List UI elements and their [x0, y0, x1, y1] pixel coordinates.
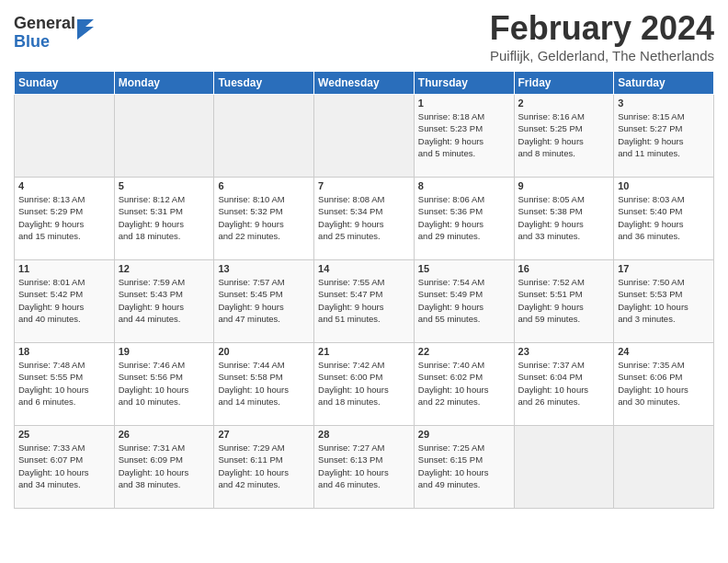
- day-number: 7: [318, 180, 410, 191]
- day-info: Sunrise: 7:48 AM Sunset: 5:55 PM Dayligh…: [18, 359, 110, 408]
- day-number: 28: [318, 429, 410, 440]
- day-info: Sunrise: 8:08 AM Sunset: 5:34 PM Dayligh…: [318, 193, 410, 242]
- day-info: Sunrise: 7:44 AM Sunset: 5:58 PM Dayligh…: [218, 359, 310, 408]
- calendar-cell: 10Sunrise: 8:03 AM Sunset: 5:40 PM Dayli…: [614, 178, 714, 260]
- calendar-cell: [614, 426, 714, 509]
- logo-text: General Blue: [14, 15, 75, 52]
- day-info: Sunrise: 7:25 AM Sunset: 6:15 PM Dayligh…: [418, 442, 510, 490]
- calendar-cell: 3Sunrise: 8:15 AM Sunset: 5:27 PM Daylig…: [614, 95, 714, 178]
- day-info: Sunrise: 7:52 AM Sunset: 5:51 PM Dayligh…: [518, 276, 610, 325]
- day-info: Sunrise: 8:05 AM Sunset: 5:38 PM Dayligh…: [518, 193, 610, 242]
- day-number: 17: [618, 263, 710, 274]
- calendar-cell: 23Sunrise: 7:37 AM Sunset: 6:04 PM Dayli…: [514, 343, 614, 426]
- day-info: Sunrise: 7:54 AM Sunset: 5:49 PM Dayligh…: [418, 276, 510, 325]
- calendar-table: SundayMondayTuesdayWednesdayThursdayFrid…: [14, 71, 714, 509]
- header-day-friday: Friday: [514, 72, 614, 95]
- day-number: 20: [218, 346, 310, 357]
- day-info: Sunrise: 7:59 AM Sunset: 5:43 PM Dayligh…: [119, 276, 210, 325]
- calendar-cell: 15Sunrise: 7:54 AM Sunset: 5:49 PM Dayli…: [414, 260, 514, 343]
- calendar-cell: 14Sunrise: 7:55 AM Sunset: 5:47 PM Dayli…: [314, 260, 415, 343]
- day-info: Sunrise: 8:01 AM Sunset: 5:42 PM Dayligh…: [18, 276, 110, 325]
- day-info: Sunrise: 7:42 AM Sunset: 6:00 PM Dayligh…: [318, 359, 410, 408]
- calendar-cell: 1Sunrise: 8:18 AM Sunset: 5:23 PM Daylig…: [414, 95, 514, 178]
- day-info: Sunrise: 8:16 AM Sunset: 5:25 PM Dayligh…: [518, 110, 610, 159]
- calendar-cell: 2Sunrise: 8:16 AM Sunset: 5:25 PM Daylig…: [514, 95, 614, 178]
- calendar-cell: 11Sunrise: 8:01 AM Sunset: 5:42 PM Dayli…: [15, 260, 115, 343]
- location-title: Puiflijk, Gelderland, The Netherlands: [490, 48, 714, 63]
- day-number: 9: [518, 180, 610, 191]
- day-number: 3: [618, 98, 710, 109]
- day-info: Sunrise: 8:12 AM Sunset: 5:31 PM Dayligh…: [119, 193, 210, 242]
- day-number: 10: [618, 180, 710, 191]
- day-number: 8: [418, 180, 510, 191]
- header-day-saturday: Saturday: [614, 72, 714, 95]
- day-number: 22: [418, 346, 510, 357]
- calendar-cell: [314, 95, 415, 178]
- calendar-cell: 18Sunrise: 7:48 AM Sunset: 5:55 PM Dayli…: [15, 343, 115, 426]
- day-info: Sunrise: 7:35 AM Sunset: 6:06 PM Dayligh…: [618, 359, 710, 408]
- day-info: Sunrise: 7:55 AM Sunset: 5:47 PM Dayligh…: [318, 276, 410, 325]
- day-info: Sunrise: 8:03 AM Sunset: 5:40 PM Dayligh…: [618, 193, 710, 242]
- calendar-cell: 4Sunrise: 8:13 AM Sunset: 5:29 PM Daylig…: [15, 178, 115, 260]
- day-number: 18: [18, 346, 110, 357]
- week-row-2: 4Sunrise: 8:13 AM Sunset: 5:29 PM Daylig…: [15, 178, 714, 260]
- day-number: 16: [518, 263, 610, 274]
- calendar-cell: 20Sunrise: 7:44 AM Sunset: 5:58 PM Dayli…: [214, 343, 314, 426]
- month-title: February 2024: [490, 9, 714, 48]
- logo: General Blue: [14, 15, 94, 52]
- day-info: Sunrise: 7:40 AM Sunset: 6:02 PM Dayligh…: [418, 359, 510, 408]
- header-day-thursday: Thursday: [414, 72, 514, 95]
- calendar-cell: 13Sunrise: 7:57 AM Sunset: 5:45 PM Dayli…: [214, 260, 314, 343]
- day-number: 19: [119, 346, 210, 357]
- week-row-4: 18Sunrise: 7:48 AM Sunset: 5:55 PM Dayli…: [15, 343, 714, 426]
- calendar-cell: 16Sunrise: 7:52 AM Sunset: 5:51 PM Dayli…: [514, 260, 614, 343]
- calendar-cell: 29Sunrise: 7:25 AM Sunset: 6:15 PM Dayli…: [414, 426, 514, 509]
- calendar-cell: [114, 95, 214, 178]
- calendar-cell: 19Sunrise: 7:46 AM Sunset: 5:56 PM Dayli…: [114, 343, 214, 426]
- header-day-monday: Monday: [114, 72, 214, 95]
- calendar-cell: 9Sunrise: 8:05 AM Sunset: 5:38 PM Daylig…: [514, 178, 614, 260]
- day-info: Sunrise: 7:33 AM Sunset: 6:07 PM Dayligh…: [18, 442, 110, 490]
- day-number: 21: [318, 346, 410, 357]
- header-day-tuesday: Tuesday: [214, 72, 314, 95]
- day-info: Sunrise: 8:18 AM Sunset: 5:23 PM Dayligh…: [418, 110, 510, 159]
- day-info: Sunrise: 8:15 AM Sunset: 5:27 PM Dayligh…: [618, 110, 710, 159]
- calendar-cell: 12Sunrise: 7:59 AM Sunset: 5:43 PM Dayli…: [114, 260, 214, 343]
- logo-blue: Blue: [14, 33, 75, 52]
- header-day-wednesday: Wednesday: [314, 72, 415, 95]
- day-number: 23: [518, 346, 610, 357]
- day-info: Sunrise: 7:29 AM Sunset: 6:11 PM Dayligh…: [218, 442, 310, 490]
- calendar-cell: 22Sunrise: 7:40 AM Sunset: 6:02 PM Dayli…: [414, 343, 514, 426]
- calendar-cell: 26Sunrise: 7:31 AM Sunset: 6:09 PM Dayli…: [114, 426, 214, 509]
- day-number: 14: [318, 263, 410, 274]
- day-number: 25: [18, 429, 110, 440]
- header-day-sunday: Sunday: [15, 72, 115, 95]
- day-number: 27: [218, 429, 310, 440]
- day-info: Sunrise: 7:37 AM Sunset: 6:04 PM Dayligh…: [518, 359, 610, 408]
- day-number: 5: [119, 180, 210, 191]
- day-number: 13: [218, 263, 310, 274]
- day-number: 6: [218, 180, 310, 191]
- day-number: 15: [418, 263, 510, 274]
- svg-marker-0: [77, 19, 94, 40]
- logo-general: General: [14, 15, 75, 33]
- calendar-cell: 17Sunrise: 7:50 AM Sunset: 5:53 PM Dayli…: [614, 260, 714, 343]
- day-number: 2: [518, 98, 610, 109]
- title-area: February 2024 Puiflijk, Gelderland, The …: [490, 9, 714, 63]
- day-number: 26: [119, 429, 210, 440]
- day-number: 12: [119, 263, 210, 274]
- calendar-cell: 25Sunrise: 7:33 AM Sunset: 6:07 PM Dayli…: [15, 426, 115, 509]
- day-info: Sunrise: 7:50 AM Sunset: 5:53 PM Dayligh…: [618, 276, 710, 325]
- day-info: Sunrise: 8:13 AM Sunset: 5:29 PM Dayligh…: [18, 193, 110, 242]
- calendar-cell: 6Sunrise: 8:10 AM Sunset: 5:32 PM Daylig…: [214, 178, 314, 260]
- day-info: Sunrise: 7:27 AM Sunset: 6:13 PM Dayligh…: [318, 442, 410, 490]
- page-header: General Blue February 2024 Puiflijk, Gel…: [14, 9, 714, 63]
- calendar-cell: 5Sunrise: 8:12 AM Sunset: 5:31 PM Daylig…: [114, 178, 214, 260]
- day-number: 11: [18, 263, 110, 274]
- week-row-1: 1Sunrise: 8:18 AM Sunset: 5:23 PM Daylig…: [15, 95, 714, 178]
- calendar-cell: 7Sunrise: 8:08 AM Sunset: 5:34 PM Daylig…: [314, 178, 415, 260]
- calendar-cell: [214, 95, 314, 178]
- calendar-cell: 21Sunrise: 7:42 AM Sunset: 6:00 PM Dayli…: [314, 343, 415, 426]
- calendar-cell: [15, 95, 115, 178]
- calendar-cell: 28Sunrise: 7:27 AM Sunset: 6:13 PM Dayli…: [314, 426, 415, 509]
